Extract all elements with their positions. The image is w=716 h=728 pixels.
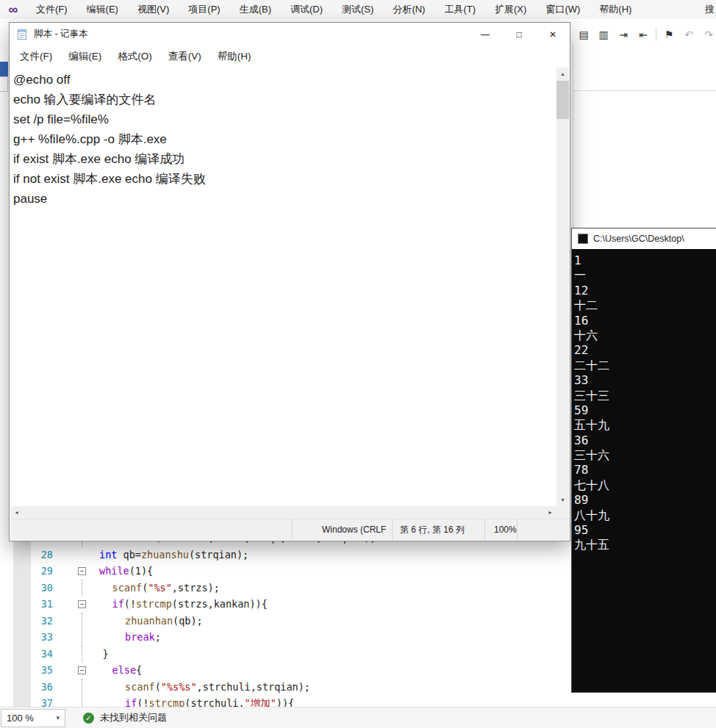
notepad-line: if exist 脚本.exe echo 编译成功 [13,149,556,169]
notepad-menu-item[interactable]: 编辑(E) [68,50,101,63]
toggle-bookmark-icon[interactable]: ⚑ [662,29,676,40]
vs-menu-item[interactable]: 生成(B) [230,0,281,19]
console-line: 89 [574,493,716,508]
code-token: zhuanshu [141,549,189,561]
code-token: (! [137,697,148,707]
code-token: "增加" [245,697,276,707]
line-number: 29 [31,563,74,580]
code-line[interactable]: 31−if(!strcmp(strzs,kankan)){ [0,596,571,613]
code-line[interactable]: 32zhuanhan(qb); [0,613,571,630]
fold-guide-line [82,629,82,646]
previous-bookmark-icon: ↶ [681,29,696,40]
minimize-button[interactable]: — [468,23,502,46]
notepad-menu-item[interactable]: 格式(O) [118,50,152,63]
vs-menu-item[interactable]: 文件(F) [26,0,77,19]
notepad-statusbar: Windows (CRLF第 6 行, 第 16 列100% [10,519,569,540]
notepad-line: pause [13,189,556,209]
vs-menubar: ∞ 文件(F)编辑(E)视图(V)项目(P)生成(B)调试(D)测试(S)分析(… [0,0,716,19]
breakpoint-margin[interactable] [13,695,31,707]
vs-menu-item[interactable]: 扩展(X) [485,0,536,19]
vs-menu-item[interactable]: 视图(V) [128,0,179,19]
vs-menu-item[interactable]: 编辑(E) [77,0,128,19]
console-line: 36 [574,433,716,448]
code-editor-lines: 27scanf("%s%s%s",strzl,strqb,strzd,strqi… [0,530,571,707]
health-message: 未找到相关问题 [100,711,167,724]
console-titlebar[interactable]: C:\Users\GC\Desktop\ [572,228,716,249]
vertical-scrollbar[interactable]: ▴ ▾ [556,68,569,506]
breakpoint-margin[interactable] [13,547,31,563]
code-health-indicator[interactable]: ✓ 未找到相关问题 [83,711,167,724]
breakpoint-margin[interactable] [13,580,31,597]
document-outline-icon[interactable]: ▤ [576,29,591,40]
code-token: "%s%s" [161,681,197,693]
vs-search-box[interactable]: 搜 [705,3,716,16]
vs-menu-item[interactable]: 分析(N) [383,0,434,19]
maximize-button[interactable]: □ [502,23,536,46]
console-line: 95 [574,523,716,538]
vs-menu-item[interactable]: 帮助(H) [590,0,641,19]
editor-left-pad [0,662,13,679]
visual-studio-logo-icon: ∞ [0,2,26,18]
code-token: (1){ [129,565,154,577]
fold-collapse-icon[interactable]: − [78,600,86,608]
vs-menu-item[interactable]: 项目(P) [179,0,229,19]
status-cell [517,519,569,540]
breakpoint-margin[interactable] [13,679,31,696]
notepad-menu-item[interactable]: 查看(V) [168,50,201,63]
fold-collapse-icon[interactable]: − [78,666,86,674]
code-line[interactable]: 35−else{ [0,662,571,679]
indent-decrease-icon[interactable]: ⇤ [636,29,651,40]
horizontal-scrollbar[interactable]: ◂ ▸ [10,506,556,519]
notepad-text-area[interactable]: @echo offecho 输入要编译的文件名set /p file=%file… [10,68,556,506]
code-line[interactable]: 30scanf("%s",strzs); [0,580,571,597]
breakpoint-margin[interactable] [13,563,31,580]
document-columns-icon[interactable]: ▥ [596,29,611,40]
code-line[interactable]: 29−while(1){ [0,563,571,580]
code-line[interactable]: 34} [0,646,571,663]
notepad-menu-item[interactable]: 帮助(H) [218,50,251,63]
notepad-titlebar[interactable]: 脚本 - 记事本 —□✕ [10,23,570,46]
line-number: 30 [31,580,74,597]
console-line: 78 [574,463,716,477]
notepad-menu-item[interactable]: 文件(F) [20,50,52,63]
vs-menu-item[interactable]: 窗口(W) [536,0,590,19]
outline-margin [74,646,90,663]
vs-menu-item[interactable]: 工具(T) [434,0,485,19]
vs-menu-item[interactable]: 调试(D) [281,0,332,19]
console-output[interactable]: 1一12十二16十六22二十二33三十三59五十九36三十六78七十八89八十九… [572,249,716,692]
code-token: scanf [125,681,155,693]
outline-margin [74,613,90,630]
close-button[interactable]: ✕ [536,23,570,46]
code-text: break; [90,629,161,646]
breakpoint-margin[interactable] [13,646,31,663]
line-number: 35 [31,662,74,679]
zoom-select[interactable]: 100 % ▾ [1,709,65,727]
indent-increase-icon[interactable]: ⇥ [616,29,631,40]
code-editor[interactable]: 27scanf("%s%s%s",strzl,strqb,strzd,strqi… [0,530,571,707]
code-line[interactable]: 28int qb=zhuanshu(strqian); [0,547,571,563]
chevron-down-icon: ▾ [56,714,60,721]
breakpoint-margin[interactable] [13,596,31,613]
line-number: 37 [31,695,74,707]
scroll-right-icon[interactable]: ▸ [544,506,556,519]
scroll-up-icon[interactable]: ▴ [556,68,569,80]
breakpoint-margin[interactable] [13,662,31,679]
outline-margin [74,629,90,646]
console-line: 五十九 [574,418,716,433]
status-cell: 第 6 行, 第 16 列 [392,519,484,540]
code-line[interactable]: 33break; [0,629,571,646]
console-line: 十六 [574,328,716,343]
console-window: C:\Users\GC\Desktop\ 1一12十二16十六22二十二33三十… [571,228,716,693]
fold-collapse-icon[interactable]: − [78,567,86,575]
code-line[interactable]: 36scanf("%s%s",strchuli,strqian); [0,679,571,696]
breakpoint-margin[interactable] [13,613,31,630]
code-line[interactable]: 37if(!strcmp(strchuli,"增加")){ [0,695,571,707]
editor-left-pad [0,629,13,646]
console-line: 七十八 [574,478,716,493]
breakpoint-margin[interactable] [13,629,31,646]
scroll-left-icon[interactable]: ◂ [10,506,23,519]
code-token: { [136,664,142,676]
scrollbar-thumb[interactable] [556,81,569,119]
scroll-down-icon[interactable]: ▾ [556,494,569,506]
vs-menu-item[interactable]: 测试(S) [332,0,383,19]
